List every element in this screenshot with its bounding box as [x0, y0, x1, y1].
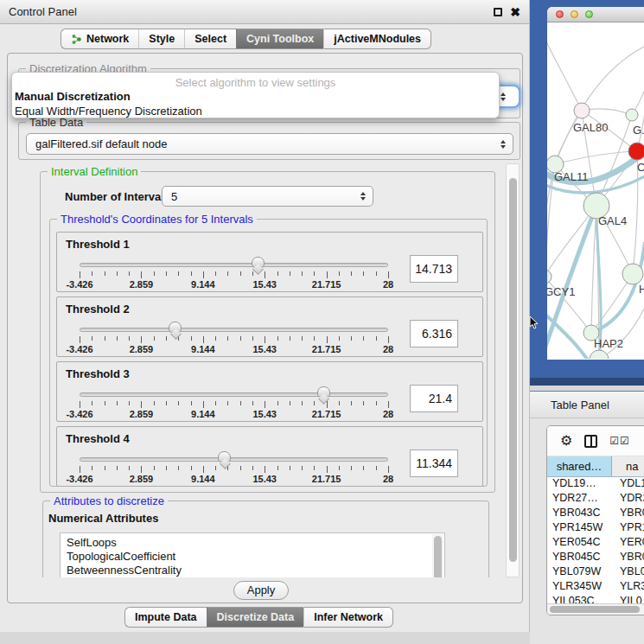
table-row[interactable]: YER054CYER0 — [547, 536, 644, 551]
tab-impute-data[interactable]: Impute Data — [124, 607, 207, 628]
tick-mark — [265, 466, 265, 473]
cell-shared-name[interactable]: YER054C — [547, 536, 612, 551]
cell-name[interactable]: YBR0 — [612, 551, 644, 565]
table-row[interactable]: YBR045CYBR0 — [547, 551, 644, 565]
network-node-topgreen[interactable] — [626, 109, 638, 121]
table-row[interactable]: YDL19…YDL1 — [547, 477, 644, 492]
attribute-item-topologicalcoefficient[interactable]: TopologicalCoefficient — [61, 550, 444, 564]
cell-shared-name[interactable]: YLR345W — [547, 580, 612, 595]
close-icon[interactable]: ✖ — [510, 8, 520, 16]
cell-name[interactable]: YLR3 — [612, 580, 644, 595]
table-row[interactable]: YLR345WYLR3 — [547, 580, 644, 595]
slider-track[interactable] — [80, 328, 388, 332]
cell-name[interactable]: YBR0 — [612, 507, 644, 521]
tab-cyni-toolbox[interactable]: Cyni Toolbox — [236, 29, 323, 49]
table-row[interactable]: YPR145WYPR1 — [547, 521, 644, 536]
table-row[interactable]: YBL079WYBL0 — [547, 565, 644, 580]
table-row[interactable]: YIL053CYIL0 — [547, 595, 644, 603]
table-row[interactable]: YBR043CYBR0 — [547, 507, 644, 521]
attribute-item-selfloops[interactable]: SelfLoops — [61, 536, 444, 550]
network-node-red[interactable] — [628, 143, 644, 160]
column-header-shared-name[interactable]: shared… — [547, 456, 612, 476]
network-edge-highlighted[interactable] — [547, 308, 589, 359]
tick-mark — [302, 401, 303, 405]
cell-name[interactable]: YBL0 — [612, 565, 644, 580]
tab-discretize-data[interactable]: Discretize Data — [207, 607, 304, 628]
network-edge[interactable] — [637, 71, 644, 151]
tick-mark — [141, 336, 142, 343]
attribute-item-betweennesscentrality[interactable]: BetweennessCentrality — [61, 564, 444, 577]
cell-shared-name[interactable]: YDL19… — [547, 477, 612, 492]
close-traffic-icon[interactable] — [556, 10, 564, 18]
tick-mark — [154, 401, 155, 405]
cell-name[interactable]: YIL0 — [612, 595, 644, 603]
network-window: GAL80G.CGAL11GAL4GCY1HHAP2 — [547, 7, 644, 360]
threshold-value-field[interactable]: 6.316 — [410, 320, 458, 348]
numerical-attributes-list[interactable]: SelfLoopsTopologicalCoefficientBetweenne… — [60, 532, 445, 577]
split-columns-icon[interactable] — [584, 435, 597, 448]
cell-shared-name[interactable]: YDR27… — [547, 492, 612, 507]
threshold-label: Threshold 3 — [66, 367, 130, 380]
threshold-value-field[interactable]: 11.344 — [410, 450, 458, 477]
gear-icon[interactable]: ⚙ — [560, 434, 572, 448]
tick-mark — [314, 271, 315, 276]
slider-thumb[interactable] — [252, 257, 265, 268]
cell-shared-name[interactable]: YPR145W — [547, 521, 612, 536]
tick-mark — [191, 466, 192, 470]
popup-item-equal-width-frequency-discretization[interactable]: Equal Width/Frequency Discretization — [12, 104, 499, 118]
checkbox-icons[interactable]: ☑☑ — [609, 435, 630, 447]
network-graph[interactable]: GAL80G.CGAL11GAL4GCY1HHAP2 — [547, 22, 644, 359]
tab-infer-network[interactable]: Infer Network — [303, 607, 393, 628]
tab-select[interactable]: Select — [184, 29, 236, 49]
cell-name[interactable]: YDR2 — [612, 492, 644, 507]
slider-thumb[interactable] — [317, 386, 330, 398]
network-node-label: GCY1 — [547, 285, 575, 298]
slider-track[interactable] — [80, 392, 388, 397]
minimize-traffic-icon[interactable] — [571, 10, 578, 18]
zoom-traffic-icon[interactable] — [585, 10, 593, 18]
attributes-scrollbar[interactable] — [432, 534, 443, 577]
tick-mark — [215, 401, 216, 405]
slider-track[interactable] — [80, 457, 388, 462]
network-node-pink[interactable] — [574, 103, 590, 118]
cell-name[interactable]: YPR1 — [612, 521, 644, 536]
popup-item-manual-discretization[interactable]: Manual Discretization — [12, 89, 499, 104]
apply-button[interactable]: Apply — [233, 581, 289, 600]
slider-track[interactable] — [80, 263, 388, 267]
cell-shared-name[interactable]: YBL079W — [547, 565, 612, 580]
column-header-name[interactable]: na — [612, 456, 644, 476]
threshold-value-field[interactable]: 21.4 — [410, 385, 458, 412]
number-of-intervals-spinner[interactable]: 5 — [162, 186, 373, 207]
network-node-bottom[interactable] — [590, 350, 609, 359]
tab-jactivemnodules[interactable]: jActiveMNodules — [323, 29, 431, 49]
float-window-icon[interactable] — [494, 8, 502, 16]
cell-name[interactable]: YER0 — [612, 536, 644, 551]
cell-shared-name[interactable]: YBR043C — [547, 507, 612, 521]
table-hscrollbar-thumb[interactable] — [550, 606, 640, 613]
network-canvas[interactable]: GAL80G.CGAL11GAL4GCY1HHAP2 — [547, 22, 644, 359]
tab-network[interactable]: Network — [61, 29, 138, 49]
slider-thumb[interactable] — [218, 451, 231, 462]
network-edge[interactable] — [555, 151, 637, 164]
table-hscrollbar[interactable] — [547, 603, 644, 615]
tick-mark — [277, 271, 278, 276]
tick-label: 28 — [383, 279, 393, 290]
slider-thumb[interactable] — [169, 322, 182, 333]
tick-mark — [327, 466, 328, 473]
network-node-gcy1[interactable] — [547, 270, 552, 284]
cell-shared-name[interactable]: YBR045C — [547, 551, 612, 565]
tick-mark — [314, 401, 315, 405]
table-data-combo[interactable]: galFiltered.sif default node — [26, 133, 513, 155]
main-scrollbar[interactable] — [506, 163, 520, 577]
cell-name[interactable]: YDL1 — [612, 477, 644, 492]
tab-style[interactable]: Style — [138, 29, 184, 49]
main-scrollbar-thumb[interactable] — [509, 178, 517, 562]
network-edge[interactable] — [547, 29, 582, 111]
cell-shared-name[interactable]: YIL053C — [547, 595, 612, 603]
network-node-hnode[interactable] — [622, 264, 643, 284]
network-view-frame[interactable]: GAL80G.CGAL11GAL4GCY1HHAP2 — [530, 0, 644, 386]
tick-mark — [117, 271, 118, 276]
network-edge[interactable] — [632, 64, 644, 115]
threshold-value-field[interactable]: 14.713 — [410, 255, 458, 283]
table-row[interactable]: YDR27…YDR2 — [547, 492, 644, 507]
